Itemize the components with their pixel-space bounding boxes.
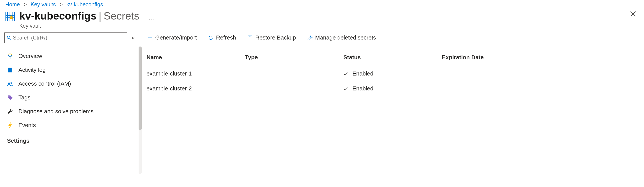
sidebar-item-events[interactable]: Events <box>4 118 140 132</box>
wrench-icon <box>7 108 13 115</box>
svg-rect-0 <box>6 12 14 21</box>
sidebar-item-iam[interactable]: Access control (IAM) <box>4 77 140 91</box>
sidebar-item-label: Events <box>18 122 36 129</box>
svg-point-21 <box>11 82 12 84</box>
plus-icon <box>147 35 152 40</box>
toolbar-label: Manage deleted secrets <box>315 34 376 41</box>
cell-expiration <box>438 66 635 81</box>
people-icon <box>7 81 13 87</box>
cell-status: Enabled <box>340 66 438 81</box>
cell-type <box>242 66 340 81</box>
cell-status: Enabled <box>340 81 438 96</box>
restore-backup-button[interactable]: Restore Backup <box>243 33 300 43</box>
sidebar-scroll-thumb[interactable] <box>138 47 142 130</box>
secrets-table: Name Type Status Expiration Date example… <box>143 49 635 96</box>
sidebar: « Overview Activity log A <box>0 31 140 182</box>
col-status[interactable]: Status <box>340 49 438 66</box>
toolbar-label: Refresh <box>216 34 236 41</box>
sidebar-menu: Overview Activity log Access control (IA… <box>4 49 140 146</box>
sidebar-item-label: Diagnose and solve problems <box>18 108 94 115</box>
toolbar: Generate/Import Refresh Restore Backup M… <box>143 31 635 47</box>
refresh-button[interactable]: Refresh <box>204 33 240 43</box>
search-input[interactable] <box>13 35 125 41</box>
more-actions-button[interactable]: … <box>148 14 154 21</box>
sidebar-item-tags[interactable]: Tags <box>4 91 140 104</box>
key-icon <box>7 53 13 59</box>
page-subtitle: Key vault <box>19 23 627 29</box>
col-expiration[interactable]: Expiration Date <box>438 49 635 66</box>
sidebar-item-activity-log[interactable]: Activity log <box>4 63 140 77</box>
status-text: Enabled <box>352 85 373 92</box>
sidebar-item-label: Overview <box>18 53 42 60</box>
breadcrumb: Home > Key vaults > kv-kubeconfigs <box>0 0 644 10</box>
sidebar-search[interactable] <box>4 33 127 43</box>
page-section: Secrets <box>104 10 140 22</box>
sidebar-item-label: Access control (IAM) <box>18 80 71 87</box>
svg-point-20 <box>8 82 10 84</box>
wrench-icon <box>307 35 312 40</box>
svg-line-12 <box>10 38 11 40</box>
cell-type <box>242 81 340 96</box>
status-text: Enabled <box>352 70 373 77</box>
cell-name: example-cluster-2 <box>143 81 242 96</box>
sidebar-item-diagnose[interactable]: Diagnose and solve problems <box>4 104 140 118</box>
toolbar-label: Generate/Import <box>155 34 197 41</box>
breadcrumb-current[interactable]: kv-kubeconfigs <box>66 1 103 8</box>
search-icon <box>7 36 11 40</box>
breadcrumb-sep: > <box>24 1 27 8</box>
svg-point-11 <box>7 36 10 39</box>
generate-import-button[interactable]: Generate/Import <box>143 33 201 43</box>
sidebar-item-overview[interactable]: Overview <box>4 49 140 63</box>
cell-expiration <box>438 81 635 96</box>
col-name[interactable]: Name <box>143 49 242 66</box>
title-separator: | <box>96 10 104 22</box>
breadcrumb-home[interactable]: Home <box>5 1 20 8</box>
check-icon <box>344 70 349 77</box>
table-row[interactable]: example-cluster-2 Enabled <box>143 81 635 96</box>
sidebar-item-label: Activity log <box>18 67 46 73</box>
main-content: Generate/Import Refresh Restore Backup M… <box>140 31 644 182</box>
cell-name: example-cluster-1 <box>143 66 242 81</box>
sidebar-heading-settings: Settings <box>4 132 140 146</box>
refresh-icon <box>208 35 213 40</box>
close-button[interactable] <box>627 10 639 18</box>
upload-icon <box>247 35 252 40</box>
collapse-sidebar-button[interactable]: « <box>132 34 135 41</box>
manage-deleted-button[interactable]: Manage deleted secrets <box>303 33 380 43</box>
check-icon <box>344 85 349 92</box>
table-row[interactable]: example-cluster-1 Enabled <box>143 66 635 81</box>
breadcrumb-sep: > <box>60 1 63 8</box>
activity-log-icon <box>7 67 13 73</box>
sidebar-scrollbar[interactable] <box>138 47 142 174</box>
col-type[interactable]: Type <box>242 49 340 66</box>
tag-icon <box>7 95 13 101</box>
lightning-icon <box>7 122 13 128</box>
page-header: kv-kubeconfigs | Secrets … Key vault <box>0 10 644 31</box>
keyvault-icon <box>5 12 15 21</box>
toolbar-label: Restore Backup <box>255 34 296 41</box>
svg-point-22 <box>8 96 10 97</box>
breadcrumb-keyvaults[interactable]: Key vaults <box>30 1 56 8</box>
sidebar-item-label: Tags <box>18 94 30 101</box>
page-title: kv-kubeconfigs <box>19 10 96 22</box>
